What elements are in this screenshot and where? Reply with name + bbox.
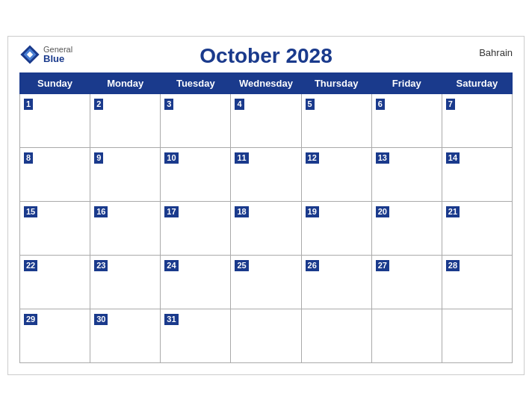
day-cell: 24 <box>161 256 231 309</box>
calendar-container: General Blue October 2028 Bahrain Sunday… <box>7 36 525 375</box>
day-cell: 29 <box>20 309 90 363</box>
day-cell: 7 <box>442 94 512 148</box>
day-cell: 25 <box>231 256 301 309</box>
day-cell: 27 <box>371 256 442 309</box>
logo-text: General Blue <box>43 45 72 64</box>
day-number: 5 <box>306 99 315 110</box>
day-number: 4 <box>235 99 244 110</box>
day-number: 2 <box>94 99 103 110</box>
country-label: Bahrain <box>479 47 513 58</box>
day-number: 30 <box>94 314 108 325</box>
day-cell: 2 <box>90 94 161 148</box>
header-thursday: Thursday <box>301 73 371 94</box>
day-number: 26 <box>306 260 319 271</box>
day-cell: 16 <box>90 202 161 256</box>
calendar-table: Sunday Monday Tuesday Wednesday Thursday… <box>19 72 513 363</box>
day-number: 23 <box>94 260 108 271</box>
day-number: 1 <box>24 99 33 110</box>
day-cell: 18 <box>231 202 301 256</box>
day-cell: 22 <box>20 256 90 309</box>
header-sunday: Sunday <box>20 73 90 94</box>
day-number: 28 <box>446 260 460 271</box>
day-number: 31 <box>164 314 178 325</box>
day-cell: 14 <box>442 148 512 202</box>
day-cell: 1 <box>20 94 90 148</box>
day-cell: 21 <box>442 202 512 256</box>
day-cell: 11 <box>231 148 301 202</box>
day-cell: 3 <box>161 94 231 148</box>
day-cell: 8 <box>20 148 90 202</box>
header-tuesday: Tuesday <box>161 73 231 94</box>
logo-icon <box>19 44 40 65</box>
day-number: 15 <box>24 206 37 217</box>
day-number: 17 <box>164 206 178 217</box>
day-number: 29 <box>24 314 37 325</box>
logo-area: General Blue <box>19 44 72 65</box>
day-cell: 15 <box>20 202 90 256</box>
day-number: 22 <box>24 260 37 271</box>
week-row-3: 15161718192021 <box>20 202 513 256</box>
day-number: 14 <box>446 152 460 164</box>
day-cell <box>371 309 442 363</box>
day-cell: 20 <box>371 202 442 256</box>
header-friday: Friday <box>371 73 442 94</box>
day-number: 3 <box>164 99 173 110</box>
week-row-4: 22232425262728 <box>20 256 513 309</box>
day-cell: 4 <box>231 94 301 148</box>
day-cell: 26 <box>301 256 371 309</box>
header-monday: Monday <box>90 73 161 94</box>
month-year-title: October 2028 <box>200 44 332 68</box>
day-number: 20 <box>376 206 389 217</box>
calendar-title: October 2028 <box>200 44 332 68</box>
week-row-5: 293031 <box>20 309 513 363</box>
day-cell: 5 <box>301 94 371 148</box>
day-number: 8 <box>24 152 33 164</box>
day-number: 7 <box>446 99 455 110</box>
day-cell <box>231 309 301 363</box>
day-number: 10 <box>164 152 178 164</box>
day-cell: 31 <box>161 309 231 363</box>
day-cell <box>442 309 512 363</box>
days-header-row: Sunday Monday Tuesday Wednesday Thursday… <box>20 73 513 94</box>
day-number: 11 <box>235 152 248 164</box>
day-cell: 28 <box>442 256 512 309</box>
week-row-2: 891011121314 <box>20 148 513 202</box>
week-row-1: 1234567 <box>20 94 513 148</box>
logo-blue-text: Blue <box>43 54 72 64</box>
day-cell <box>301 309 371 363</box>
header-saturday: Saturday <box>442 73 512 94</box>
day-number: 12 <box>306 152 319 164</box>
day-number: 24 <box>164 260 178 271</box>
day-number: 25 <box>235 260 248 271</box>
header-wednesday: Wednesday <box>231 73 301 94</box>
day-number: 16 <box>94 206 108 217</box>
day-cell: 6 <box>371 94 442 148</box>
day-cell: 10 <box>161 148 231 202</box>
day-cell: 17 <box>161 202 231 256</box>
calendar-header: General Blue October 2028 Bahrain <box>19 44 513 68</box>
day-cell: 30 <box>90 309 161 363</box>
day-number: 21 <box>446 206 460 217</box>
day-number: 6 <box>376 99 385 110</box>
day-number: 18 <box>235 206 248 217</box>
day-cell: 9 <box>90 148 161 202</box>
day-number: 9 <box>94 152 103 164</box>
day-cell: 19 <box>301 202 371 256</box>
day-cell: 13 <box>371 148 442 202</box>
day-number: 19 <box>306 206 319 217</box>
day-cell: 12 <box>301 148 371 202</box>
day-number: 27 <box>376 260 389 271</box>
day-cell: 23 <box>90 256 161 309</box>
day-number: 13 <box>376 152 389 164</box>
